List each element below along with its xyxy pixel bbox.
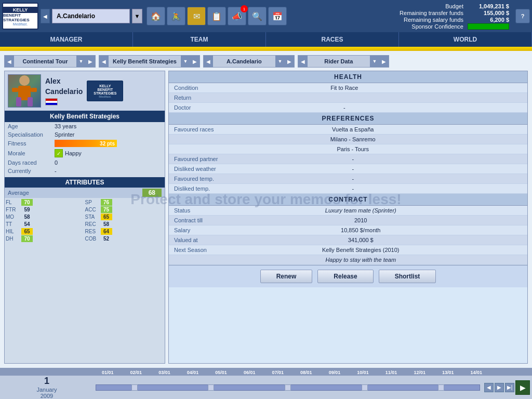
fav-partner-value: - xyxy=(226,154,480,164)
timeline-bar[interactable] xyxy=(96,384,480,391)
tour-label: Continental Tour xyxy=(14,58,76,64)
return-value xyxy=(226,93,463,103)
view-prev[interactable]: ◀ xyxy=(298,56,308,67)
timeline-markers xyxy=(96,384,480,391)
renew-button[interactable]: Renew xyxy=(260,270,313,283)
rider-selector-group: ◀ A.Candelario ▼ ▶ xyxy=(203,55,295,68)
mail-icon[interactable]: ✉ xyxy=(187,7,206,25)
next-season-row: Next Season Kelly Benefit Strategies (20… xyxy=(169,245,527,255)
tab-manager[interactable]: MANAGER xyxy=(0,32,133,47)
rider-photo-image xyxy=(8,74,41,108)
valued-label: Valued at xyxy=(169,235,226,245)
rider-selector[interactable]: A.Candelario xyxy=(52,9,130,23)
timeline-marker[interactable] xyxy=(131,384,138,391)
rider-sel-dropdown[interactable]: ▼ xyxy=(275,56,285,67)
fav-race-2: Milano - Sanremo xyxy=(226,135,480,144)
rider-icon[interactable]: 🚴 xyxy=(167,7,185,25)
timeline-next[interactable]: ▶ xyxy=(495,383,504,392)
tab-team[interactable]: TEAM xyxy=(133,32,266,47)
contract-header: CONTRACT xyxy=(169,194,527,206)
app-logo: KELLY BENEFIT STRATEGIES Medifast. xyxy=(2,3,38,30)
timeline-prev[interactable]: ◀ xyxy=(484,383,494,392)
stat-spec: Specialisation Sprinter xyxy=(5,130,165,139)
timeline-end[interactable]: ▶| xyxy=(505,383,514,392)
attr-row: REC58 xyxy=(85,221,164,228)
timeline-date-label: 12/01 xyxy=(405,370,434,375)
doctor-label: Doctor xyxy=(169,103,226,113)
attr-value: 64 xyxy=(101,228,112,235)
avg-value: 68 xyxy=(142,189,162,197)
help-button[interactable]: ? xyxy=(515,9,530,23)
shortlist-button[interactable]: Shortlist xyxy=(379,270,436,283)
rider-selector-dropdown[interactable]: ▼ xyxy=(132,9,142,23)
health-table: Condition Fit to Race Return Doctor - xyxy=(169,83,527,113)
tab-races[interactable]: RACES xyxy=(266,32,399,47)
tour-dropdown[interactable]: ▼ xyxy=(76,56,86,67)
timeline-marker[interactable] xyxy=(285,384,291,391)
attr-name: COB xyxy=(85,236,100,242)
attr-row: FL70 xyxy=(6,199,85,206)
logo-line3: Medifast. xyxy=(13,22,28,26)
attr-name: DH xyxy=(6,236,20,242)
content-area: ◀ Continental Tour ▼ ▶ ◀ Kelly Benefit S… xyxy=(0,51,532,368)
salary-row: Salary 10,850 $/month xyxy=(169,225,527,235)
rider-flag xyxy=(45,98,58,105)
tour-selector: ◀ Continental Tour ▼ ▶ xyxy=(4,55,96,68)
alert-icon[interactable]: 📣 1 xyxy=(228,7,246,25)
attr-value: 58 xyxy=(21,214,33,220)
fav-race-extra3 xyxy=(480,144,527,154)
attr-value: 75 xyxy=(101,206,112,213)
rider-header: Alex Candelario KELLY BENEFIT STRATEGIES… xyxy=(5,71,165,111)
timeline-date-label: 07/01 xyxy=(263,370,292,375)
tour-next[interactable]: ▶ xyxy=(86,56,95,67)
attr-value: 58 xyxy=(101,221,112,228)
preferences-table: Favoured races Vuelta a España Milano - … xyxy=(169,125,527,194)
morale-label: Morale xyxy=(5,148,51,158)
release-button[interactable]: Release xyxy=(317,270,373,283)
rider-prev-arrow[interactable]: ◀ xyxy=(41,9,50,23)
timeline-marker[interactable] xyxy=(208,384,214,391)
contract-status-row: Status Luxury team mate (Sprinter) xyxy=(169,206,527,216)
timeline-date-label: 09/01 xyxy=(321,370,349,375)
tab-world[interactable]: WORLD xyxy=(399,32,532,47)
fav-temp-row: Favoured temp. - xyxy=(169,174,527,184)
contract-status-extra xyxy=(495,206,527,216)
view-dropdown[interactable]: ▼ xyxy=(370,56,379,67)
contract-till-label: Contract till xyxy=(169,216,226,225)
attr-row: RES64 xyxy=(85,228,164,235)
fav-races-row1: Favoured races Vuelta a España xyxy=(169,125,527,135)
timeline-date-label: 02/01 xyxy=(122,370,151,375)
timeline-marker[interactable] xyxy=(362,384,368,391)
timeline-year: 2009 xyxy=(41,393,53,399)
team-prev[interactable]: ◀ xyxy=(99,56,109,67)
days-label: Days raced xyxy=(5,158,51,167)
preferences-header: PREFERENCES xyxy=(169,113,527,125)
attr-value: 65 xyxy=(21,228,33,235)
view-next[interactable]: ▶ xyxy=(379,56,389,67)
timeline-marker[interactable] xyxy=(438,384,444,391)
attr-row: FTR59 xyxy=(6,206,85,213)
timeline-play[interactable]: ▶ xyxy=(515,380,530,395)
rider-sel-prev[interactable]: ◀ xyxy=(204,56,213,67)
search-icon[interactable]: 🔍 xyxy=(248,7,267,25)
disliked-weather-label: Disliked weather xyxy=(169,164,226,174)
attr-value: 70 xyxy=(21,199,33,206)
logo-line2: BENEFIT STRATEGIES xyxy=(3,13,37,22)
happiness-label xyxy=(169,255,226,265)
rider-sel-next[interactable]: ▶ xyxy=(285,56,294,67)
sponsor-label: Sponsor Confidence xyxy=(400,23,463,30)
attr-name: ACC xyxy=(85,207,100,212)
doctor-extra xyxy=(463,103,527,113)
next-season-label: Next Season xyxy=(169,245,226,255)
notes-icon[interactable]: 📋 xyxy=(207,7,226,25)
team-dropdown[interactable]: ▼ xyxy=(181,56,190,67)
attr-value: 70 xyxy=(21,235,33,242)
tour-prev[interactable]: ◀ xyxy=(5,56,14,67)
attr-value: 59 xyxy=(21,206,33,213)
calendar-icon[interactable]: 📅 xyxy=(268,7,287,25)
currently-label: Currently xyxy=(5,167,51,175)
timeline: 01/0102/0103/0104/0105/0106/0107/0108/01… xyxy=(0,368,532,399)
home-icon[interactable]: 🏠 xyxy=(147,7,165,25)
fav-partner-extra xyxy=(480,154,527,164)
team-next[interactable]: ▶ xyxy=(190,56,200,67)
